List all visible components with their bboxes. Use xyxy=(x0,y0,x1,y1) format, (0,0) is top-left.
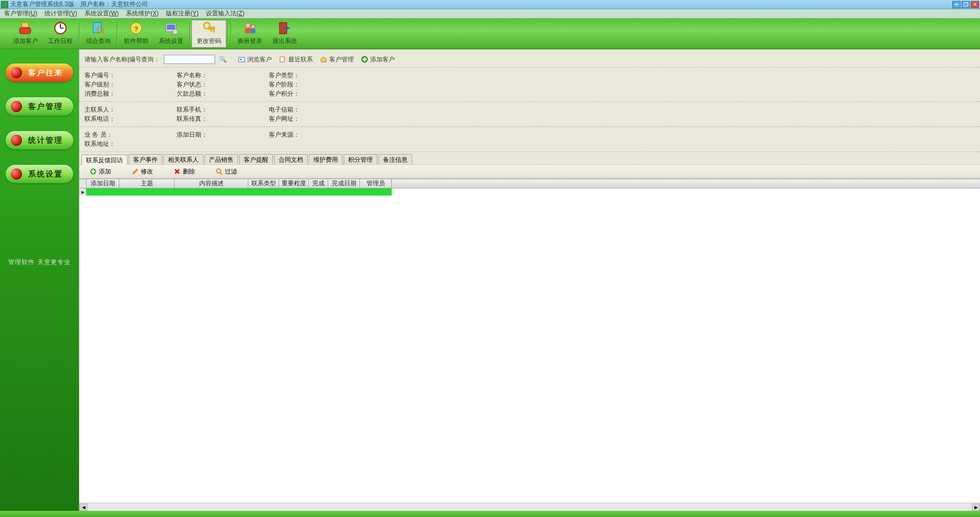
toolbar-change-pwd-button[interactable]: 更改密码 xyxy=(191,20,226,48)
svg-point-20 xyxy=(251,25,255,29)
info-field: 联系手机： xyxy=(177,105,269,114)
exit-icon xyxy=(278,21,292,35)
search-icon[interactable]: 🔍 xyxy=(219,56,227,63)
col-添加日期[interactable]: 添加日期 xyxy=(87,179,119,188)
customer-basic-info: 客户编号：客户名称：客户类型：客户级别：客户状态：客户阶段：消费总额：欠款总额：… xyxy=(79,68,980,102)
tab-toolbar: 添加修改删除过滤 xyxy=(79,164,980,179)
col-联系类型[interactable]: 联系类型 xyxy=(248,179,279,188)
col-完成[interactable]: 完成 xyxy=(309,179,328,188)
col-管理员[interactable]: 管理员 xyxy=(360,179,392,188)
info-field: 客户编号： xyxy=(84,71,177,80)
nav-bullet-icon xyxy=(11,135,22,146)
col-完成日期[interactable]: 完成日期 xyxy=(328,179,360,188)
data-grid[interactable]: 添加日期主题内容描述联系类型重要程度完成完成日期管理员 xyxy=(79,179,980,503)
menu-客户管理[interactable]: 客户管理(U) xyxy=(4,9,37,18)
searchbar-recent-link[interactable]: 最近联系 xyxy=(279,55,313,64)
toolbar-work-schedule-button[interactable]: 工作日程 xyxy=(43,20,78,48)
query-icon xyxy=(91,21,105,35)
scroll-right-button[interactable]: ▶ xyxy=(972,504,980,511)
customer-contact-info: 主联系人：联系手机：电子信箱：联系电话：联系传真：客户网址： xyxy=(79,102,980,127)
searchbar-browse-link[interactable]: 浏览客户 xyxy=(238,55,272,64)
svg-rect-19 xyxy=(245,28,251,33)
cell[interactable] xyxy=(175,188,248,196)
sidebar-item-客户管理[interactable]: 客户管理 xyxy=(6,97,73,116)
menu-设置输入法[interactable]: 设置输入法(Z) xyxy=(206,9,244,18)
edit-icon xyxy=(132,168,139,175)
menu-系统维护[interactable]: 系统维护(X) xyxy=(126,9,159,18)
info-field: 电子信箱： xyxy=(269,105,361,114)
tab-产品销售[interactable]: 产品销售 xyxy=(204,154,238,164)
svg-rect-24 xyxy=(239,57,245,62)
menu-版权注册[interactable]: 版权注册(Y) xyxy=(166,9,199,18)
tabtool-add-button[interactable]: 添加 xyxy=(90,167,111,176)
window-controls: ━ ❐ ✕ xyxy=(952,1,980,8)
toolbar-query-button[interactable]: 综合查询 xyxy=(81,20,116,48)
tab-合同文档[interactable]: 合同文档 xyxy=(274,154,308,164)
search-input[interactable] xyxy=(164,55,215,64)
menu-系统设置[interactable]: 系统设置(W) xyxy=(84,9,119,18)
status-bar xyxy=(0,511,980,517)
info-field: 客户级别： xyxy=(84,80,177,89)
info-field: 消费总额： xyxy=(84,90,177,98)
browse-icon xyxy=(238,56,245,63)
sidebar-item-客户往来[interactable]: 客户往来 xyxy=(6,63,73,82)
close-button[interactable]: ✕ xyxy=(971,1,979,8)
info-field: 业 务 员： xyxy=(84,131,177,139)
detail-tabs: 联系反馈回访客户事件相关联系人产品销售客户提醒合同文档维护费用积分管理备注信息 xyxy=(79,152,980,164)
info-field: 添加日期： xyxy=(177,131,269,139)
searchbar-add-link[interactable]: 添加客户 xyxy=(361,55,395,64)
tab-相关联系人[interactable]: 相关联系人 xyxy=(163,154,203,164)
toolbar-settings-button[interactable]: 系统设置 xyxy=(154,20,188,48)
scroll-left-button[interactable]: ◀ xyxy=(79,504,88,511)
minimize-button[interactable]: ━ xyxy=(952,1,961,8)
grid-row[interactable] xyxy=(79,188,980,196)
svg-text:?: ? xyxy=(134,26,138,33)
cell[interactable] xyxy=(87,188,119,196)
cell[interactable] xyxy=(309,188,328,196)
col-主题[interactable]: 主题 xyxy=(119,179,175,188)
sidebar-item-系统设置[interactable]: 系统设置 xyxy=(6,165,73,183)
toolbar-help-button[interactable]: ?软件帮助 xyxy=(119,20,154,48)
toolbar-switch-login-button[interactable]: 换班登录 xyxy=(232,20,267,48)
tab-客户提醒[interactable]: 客户提醒 xyxy=(239,154,273,164)
col-重要程度[interactable]: 重要程度 xyxy=(279,179,309,188)
info-field: 客户积分： xyxy=(269,90,361,98)
switch-login-icon xyxy=(243,21,257,35)
nav-bullet-icon xyxy=(11,101,22,112)
menu-统计管理[interactable]: 统计管理(V) xyxy=(45,9,77,18)
add-icon xyxy=(90,168,97,175)
help-icon: ? xyxy=(129,21,143,35)
tabtool-delete-button[interactable]: 删除 xyxy=(174,167,195,176)
cell[interactable] xyxy=(119,188,175,196)
cell[interactable] xyxy=(248,188,279,196)
svg-rect-12 xyxy=(167,25,175,30)
col-内容描述[interactable]: 内容描述 xyxy=(175,179,248,188)
search-label: 请输入客户名称|编号查询： xyxy=(84,55,160,64)
maximize-button[interactable]: ❐ xyxy=(962,1,970,8)
info-field: 联系传真： xyxy=(177,115,269,123)
svg-rect-15 xyxy=(208,27,215,30)
horizontal-scrollbar[interactable]: ◀ ▶ xyxy=(79,503,980,511)
cell[interactable] xyxy=(360,188,392,196)
sidebar-item-统计管理[interactable]: 统计管理 xyxy=(6,131,73,149)
svg-rect-17 xyxy=(210,30,212,32)
tab-备注信息[interactable]: 备注信息 xyxy=(378,154,412,164)
tab-联系反馈回访[interactable]: 联系反馈回访 xyxy=(81,155,127,165)
searchbar-manage-link[interactable]: 客户管理 xyxy=(320,55,354,64)
toolbar-add-customer-button[interactable]: 添加客户 xyxy=(8,20,43,48)
tab-维护费用[interactable]: 维护费用 xyxy=(309,154,343,164)
toolbar-exit-button[interactable]: 退出系统 xyxy=(267,20,302,48)
tabtool-filter-button[interactable]: 过滤 xyxy=(216,167,237,176)
cell[interactable] xyxy=(279,188,309,196)
tabtool-edit-button[interactable]: 修改 xyxy=(132,167,153,176)
nav-bullet-icon xyxy=(11,67,22,78)
sidebar-slogan: 管理软件 天意更专业 xyxy=(0,258,79,267)
svg-point-13 xyxy=(173,29,178,34)
cell[interactable] xyxy=(328,188,360,196)
tab-客户事件[interactable]: 客户事件 xyxy=(129,154,162,164)
work-schedule-icon xyxy=(53,21,68,35)
settings-icon xyxy=(164,21,178,35)
menu-bar: 客户管理(U)统计管理(V)系统设置(W)系统维护(X)版权注册(Y)设置输入法… xyxy=(0,9,980,18)
tab-积分管理[interactable]: 积分管理 xyxy=(344,154,377,164)
svg-rect-16 xyxy=(213,30,215,33)
